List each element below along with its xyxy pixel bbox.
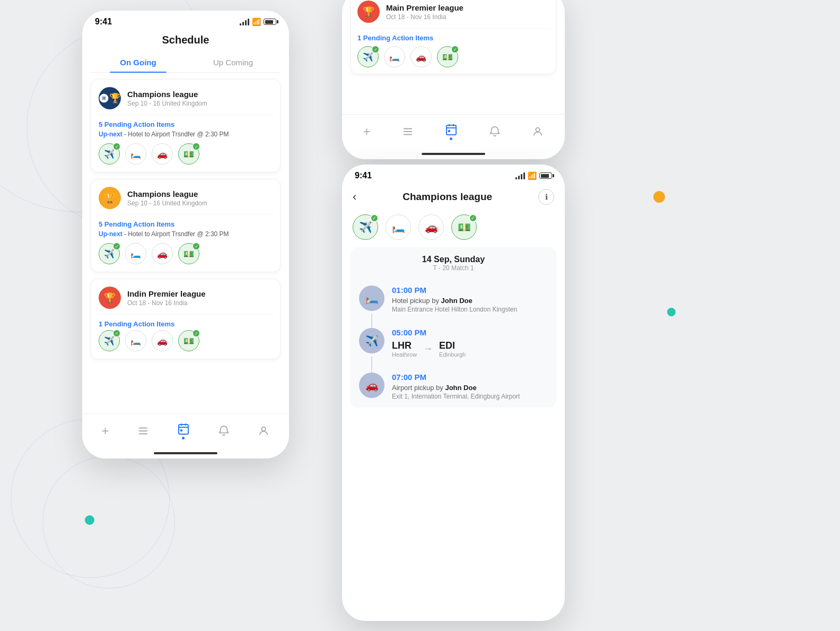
p2-nav-notif[interactable] — [489, 126, 501, 137]
schedule-card-1[interactable]: 🏆 Champions league Sep 10 - 16 United Ki… — [91, 79, 281, 172]
p2-payment[interactable]: 💵✓ — [437, 46, 458, 67]
timeline-dot-1: 🛏️ — [359, 286, 384, 311]
card-subtitle-3: Oct 18 - Nov 16 India — [127, 299, 206, 307]
card-info-2: Champions league Sep 10 - 16 United King… — [127, 189, 207, 207]
tl-desc-1: Hotel pickup by John Doe — [392, 297, 548, 305]
card-title-1: Champions league — [127, 90, 207, 99]
status-icons-3: 📶 — [515, 171, 552, 180]
home-indicator-2 — [422, 153, 485, 155]
p2-car[interactable]: 🚗 — [410, 46, 432, 67]
tab-upcoming[interactable]: Up Coming — [186, 53, 281, 72]
action-icons-1: ✈️✓ 🛏️ 🚗 💵✓ — [99, 143, 273, 165]
detail-car-icon[interactable]: 🚗 — [418, 214, 444, 240]
nav-profile[interactable] — [258, 425, 269, 437]
nav-notifications[interactable] — [218, 425, 230, 437]
p2-pending: 1 Pending Action Items — [357, 34, 549, 42]
p2-nav-calendar[interactable] — [445, 123, 458, 140]
date-title: 14 Sep, Sunday — [359, 255, 548, 264]
phone-schedule: 9:41 📶 Schedule On Going Up Coming — [82, 11, 289, 459]
action-icons-2: ✈️✓ 🛏️ 🚗 💵✓ — [99, 243, 273, 264]
flight-from: LHR Heathrow — [392, 340, 417, 358]
card-subtitle-2: Sep 10 - 16 United Kingdom — [127, 200, 207, 207]
event-icon-3: 🏆 — [99, 287, 121, 309]
svg-rect-1 — [139, 428, 148, 429]
schedule-card-2[interactable]: 🏆 Champions league Sep 10 - 16 United Ki… — [91, 179, 281, 272]
info-button[interactable]: ℹ — [538, 189, 554, 205]
page-title-1: Schedule — [82, 30, 289, 53]
p2-card-title: Main Premier league — [386, 3, 463, 12]
svg-rect-3 — [139, 434, 148, 435]
flight-to: EDI Edinburgh — [439, 340, 466, 358]
action-flight-1[interactable]: ✈️✓ — [99, 143, 120, 165]
p2-actions: ✈️✓ 🛏️ 🚗 💵✓ — [357, 46, 549, 67]
detail-payment-icon[interactable]: 💵✓ — [451, 214, 477, 240]
flight-arrow: → — [423, 343, 433, 355]
wifi-icon: 📶 — [252, 18, 261, 26]
back-button[interactable]: ‹ — [353, 190, 356, 204]
flight-row: LHR Heathrow → EDI Edinburgh — [392, 340, 548, 358]
p2-flight[interactable]: ✈️✓ — [357, 46, 379, 67]
timeline: 🛏️ 01:00 PM Hotel pickup by John Doe Mai… — [359, 278, 548, 408]
tl-time-3: 07:00 PM — [392, 373, 548, 382]
time-1: 9:41 — [95, 17, 112, 27]
detail-hotel-icon[interactable]: 🛏️ — [386, 214, 411, 240]
action-payment-2[interactable]: 💵✓ — [178, 243, 199, 264]
svg-rect-12 — [404, 134, 413, 135]
tl-time-2: 05:00 PM — [392, 328, 548, 337]
svg-rect-11 — [404, 131, 413, 132]
timeline-dot-3: 🚗 — [359, 373, 384, 398]
action-flight-3[interactable]: ✈️✓ — [99, 330, 120, 351]
p2-card-subtitle: Oct 18 - Nov 16 India — [386, 13, 463, 21]
status-bar-1: 9:41 📶 — [82, 11, 289, 30]
action-flight-2[interactable]: ✈️✓ — [99, 243, 120, 264]
battery-icon — [264, 19, 276, 25]
svg-rect-2 — [139, 430, 148, 431]
card-info-1: Champions league Sep 10 - 16 United King… — [127, 90, 207, 107]
action-car-1[interactable]: 🚗 — [152, 143, 173, 165]
phone-partial: 🏆 Main Premier league Oct 18 - Nov 16 In… — [342, 0, 565, 159]
tl-time-1: 01:00 PM — [392, 286, 548, 295]
nav-calendar[interactable] — [177, 422, 190, 439]
card-header-1: 🏆 Champions league Sep 10 - 16 United Ki… — [99, 87, 273, 115]
card-header-2: 🏆 Champions league Sep 10 - 16 United Ki… — [99, 187, 273, 215]
status-bar-3: 9:41 📶 — [342, 165, 565, 184]
svg-rect-4 — [179, 425, 188, 434]
time-3: 9:41 — [355, 171, 372, 180]
p2-nav-add[interactable]: + — [363, 124, 371, 139]
date-section: 14 Sep, Sunday T - 20 Match 1 🛏️ 01:00 P… — [351, 247, 556, 408]
action-hotel-2[interactable]: 🛏️ — [125, 243, 146, 264]
status-icons-1: 📶 — [240, 18, 276, 26]
svg-rect-8 — [180, 429, 182, 431]
action-car-2[interactable]: 🚗 — [152, 243, 173, 264]
p2-nav-list[interactable] — [402, 126, 414, 137]
schedule-card-3[interactable]: 🏆 Indin Premier league Oct 18 - Nov 16 I… — [91, 279, 281, 359]
pending-label-2: 5 Pending Action Items — [99, 220, 273, 228]
timeline-dot-2: ✈️ — [359, 328, 384, 353]
svg-rect-10 — [404, 128, 413, 129]
timeline-content-2: 05:00 PM LHR Heathrow → EDI Edinburgh — [392, 328, 548, 358]
signal-icon — [240, 19, 249, 25]
bottom-nav-2: + — [342, 114, 565, 159]
action-car-3[interactable]: 🚗 — [152, 330, 173, 351]
bottom-nav-1: + — [82, 413, 289, 459]
p2-nav-profile[interactable] — [532, 126, 544, 137]
detail-flight-icon[interactable]: ✈️✓ — [353, 214, 378, 240]
up-next-2: Up-next - Hotel to Airport Trsndfer @ 2:… — [99, 230, 273, 238]
tl-desc-3: Airport pickup by John Doe — [392, 384, 548, 392]
event-icon-1: 🏆 — [99, 87, 121, 109]
action-hotel-1[interactable]: 🛏️ — [125, 143, 146, 165]
card-subtitle-1: Sep 10 - 16 United Kingdom — [127, 100, 207, 107]
card-header-3: 🏆 Indin Premier league Oct 18 - Nov 16 I… — [99, 287, 273, 315]
nav-list[interactable] — [137, 425, 149, 437]
p2-hotel[interactable]: 🛏️ — [384, 46, 405, 67]
phone-detail: 9:41 📶 ‹ Champions league ℹ — [342, 165, 565, 621]
tab-ongoing[interactable]: On Going — [91, 53, 186, 72]
timeline-content-3: 07:00 PM Airport pickup by John Doe Exit… — [392, 373, 548, 400]
detail-action-icons: ✈️✓ 🛏️ 🚗 💵✓ — [342, 209, 565, 247]
action-hotel-3[interactable]: 🛏️ — [125, 330, 146, 351]
card-title-3: Indin Premier league — [127, 289, 206, 298]
pending-label-3: 1 Pending Action Items — [99, 320, 273, 328]
nav-add[interactable]: + — [102, 423, 109, 438]
action-payment-1[interactable]: 💵✓ — [178, 143, 199, 165]
action-payment-3[interactable]: 💵✓ — [178, 330, 199, 351]
